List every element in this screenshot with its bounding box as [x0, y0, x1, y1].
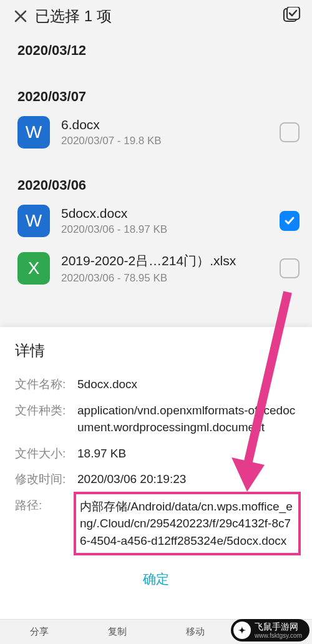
word-file-icon: W [17, 205, 50, 237]
action-move[interactable]: 移动 [156, 620, 234, 644]
checkbox-checked[interactable] [280, 211, 300, 231]
label-filename: 文件名称: [15, 376, 77, 393]
checkbox[interactable] [280, 258, 300, 278]
watermark-logo-icon: ✦ [233, 622, 251, 639]
info-row-filename: 文件名称: 5docx.docx [15, 376, 297, 393]
value-modified: 2020/03/06 20:19:23 [77, 471, 297, 488]
action-copy[interactable]: 复制 [78, 620, 156, 644]
watermark-name: 飞鼠手游网 [255, 622, 298, 632]
word-file-icon: W [17, 116, 50, 149]
sheet-title: 详情 [15, 341, 297, 361]
select-all-icon[interactable] [282, 7, 301, 26]
group-date: 2020/03/12 [0, 32, 312, 62]
file-info: 5docx.docx 2020/03/06 - 18.97 KB [61, 206, 280, 236]
header-title: 已选择 1 项 [35, 6, 282, 26]
label-filesize: 文件大小: [15, 445, 77, 462]
label-modified: 修改时间: [15, 471, 77, 488]
value-filetype: application/vnd.openxmlformats-officedoc… [77, 402, 297, 436]
value-filename: 5docx.docx [77, 376, 297, 393]
confirm-button[interactable]: 确定 [15, 559, 297, 595]
close-icon[interactable] [11, 7, 30, 26]
watermark: ✦ 飞鼠手游网 www.fsktgsy.com [231, 619, 310, 642]
file-name: 2019-2020-2吕…214门）.xlsx [61, 252, 280, 270]
file-info: 2019-2020-2吕…214门）.xlsx 2020/03/06 - 78.… [61, 252, 280, 285]
excel-file-icon: X [17, 252, 50, 285]
value-path: 内部存储/Android/data/cn.wps.moffice_eng/.Cl… [77, 497, 297, 551]
file-name: 5docx.docx [61, 206, 280, 221]
action-share[interactable]: 分享 [0, 620, 78, 644]
info-row-filetype: 文件种类: application/vnd.openxmlformats-off… [15, 402, 297, 436]
file-meta: 2020/03/06 - 18.97 KB [61, 223, 280, 236]
info-row-path: 路径: 内部存储/Android/data/cn.wps.moffice_eng… [15, 497, 297, 551]
group-date: 2020/03/07 [0, 79, 312, 109]
info-row-filesize: 文件大小: 18.97 KB [15, 445, 297, 462]
info-row-modified: 修改时间: 2020/03/06 20:19:23 [15, 471, 297, 488]
header: 已选择 1 项 [0, 0, 312, 32]
checkbox[interactable] [280, 122, 300, 142]
value-filesize: 18.97 KB [77, 445, 297, 462]
file-name: 6.docx [61, 117, 280, 132]
label-path: 路径: [15, 497, 77, 551]
watermark-url: www.fsktgsy.com [255, 633, 302, 639]
file-row[interactable]: X 2019-2020-2吕…214门）.xlsx 2020/03/06 - 7… [0, 245, 312, 292]
file-row[interactable]: W 5docx.docx 2020/03/06 - 18.97 KB [0, 197, 312, 245]
file-info: 6.docx 2020/03/07 - 19.8 KB [61, 117, 280, 147]
group-date: 2020/03/06 [0, 167, 312, 197]
file-row[interactable]: W 6.docx 2020/03/07 - 19.8 KB [0, 109, 312, 156]
path-highlight-box: 内部存储/Android/data/cn.wps.moffice_eng/.Cl… [74, 492, 301, 556]
label-filetype: 文件种类: [15, 402, 77, 436]
file-meta: 2020/03/07 - 19.8 KB [61, 135, 280, 147]
details-sheet: 详情 文件名称: 5docx.docx 文件种类: application/vn… [0, 327, 312, 644]
file-meta: 2020/03/06 - 78.95 KB [61, 272, 280, 285]
